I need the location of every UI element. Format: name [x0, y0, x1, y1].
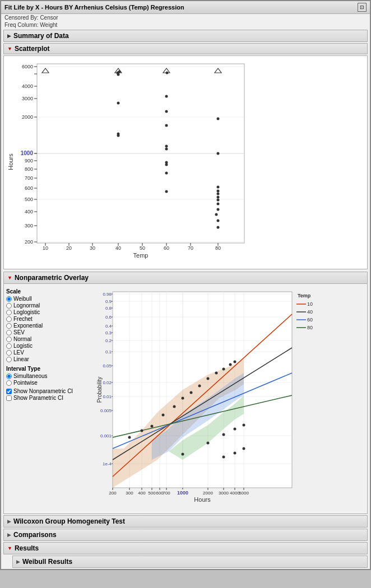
- svg-text:0.05: 0.05: [103, 363, 112, 368]
- scale-normal-label: Normal: [13, 336, 31, 342]
- scatter-point: [165, 95, 168, 98]
- svg-text:0.6: 0.6: [105, 315, 112, 320]
- svg-text:700: 700: [25, 175, 33, 181]
- prob-point: [215, 372, 218, 375]
- window-resize-button[interactable]: ⊡: [358, 3, 367, 12]
- interval-pointwise-item[interactable]: Pointwise: [6, 380, 94, 386]
- scale-exponential-label: Exponential: [13, 323, 43, 329]
- svg-text:900: 900: [25, 158, 33, 164]
- svg-text:20: 20: [66, 245, 72, 251]
- prob-point: [182, 453, 184, 456]
- scale-weibull-item[interactable]: Weibull: [6, 296, 94, 302]
- scale-sev-item[interactable]: SEV: [6, 329, 94, 335]
- scale-linear-item[interactable]: Linear: [6, 356, 94, 362]
- scale-lognormal-radio[interactable]: [6, 303, 12, 309]
- show-param-ci-checkbox[interactable]: [6, 395, 12, 401]
- censored-by-value: Censor: [40, 15, 58, 21]
- show-nonparam-ci-checkbox[interactable]: [6, 389, 12, 394]
- interval-simultaneous-item[interactable]: Simultaneous: [6, 373, 94, 379]
- scatterplot-area: Hours 6000 4000 3000 2000: [4, 56, 367, 269]
- scatter-point: [117, 102, 120, 105]
- scale-logistic-radio[interactable]: [6, 343, 12, 349]
- scatter-point: [217, 118, 220, 120]
- svg-text:200: 200: [25, 239, 33, 245]
- nonparam-arrow-icon: ▼: [7, 275, 12, 281]
- scale-sev-label: SEV: [13, 329, 25, 335]
- scale-lognormal-item[interactable]: Lognormal: [6, 302, 94, 309]
- svg-text:300: 300: [126, 491, 133, 496]
- scatterplot-y-label: Hours: [7, 153, 14, 170]
- svg-text:Probability: Probability: [96, 377, 103, 403]
- prob-point: [128, 436, 131, 439]
- comparisons-section-header[interactable]: ▶ Comparisons: [3, 529, 368, 541]
- prob-point: [162, 414, 165, 417]
- probability-plot-svg: Probability 0.98 0.9 0.8 0.6 0.4: [96, 286, 326, 510]
- scatter-point: [217, 220, 220, 222]
- scatterplot-section-label: Scatterplot: [15, 45, 50, 53]
- scatter-point: [165, 161, 168, 164]
- svg-text:0.2: 0.2: [105, 338, 112, 343]
- svg-text:500: 500: [148, 491, 156, 496]
- scale-loglogistic-radio[interactable]: [6, 310, 12, 315]
- prob-point: [207, 442, 210, 445]
- scatter-point: [165, 124, 168, 127]
- svg-text:0.01: 0.01: [103, 394, 112, 399]
- comparisons-arrow-icon: ▶: [7, 532, 11, 538]
- scale-weibull-radio[interactable]: [6, 296, 12, 302]
- wilcoxon-section-header[interactable]: ▶ Wilcoxon Group Homogeneity Test: [3, 515, 368, 528]
- weibull-results-header[interactable]: ▶ Weibull Results: [12, 556, 368, 568]
- scale-loglogistic-item[interactable]: Loglogistic: [6, 309, 94, 315]
- svg-text:60: 60: [164, 245, 169, 251]
- weibull-results-container: ▶ Weibull Results: [12, 556, 368, 568]
- results-section-header[interactable]: ▼ Results: [3, 542, 368, 554]
- summary-section-label: Summary of Data: [13, 32, 69, 40]
- freq-col-value: Weight: [40, 22, 57, 28]
- scale-exponential-radio[interactable]: [6, 323, 12, 329]
- scale-exponential-item[interactable]: Exponential: [6, 323, 94, 329]
- scale-normal-item[interactable]: Normal: [6, 336, 94, 342]
- svg-text:0.4: 0.4: [105, 324, 112, 329]
- prob-point: [207, 377, 210, 380]
- prob-point: [151, 425, 154, 428]
- svg-text:1000: 1000: [177, 490, 188, 496]
- scatterplot-arrow-icon: ▼: [7, 46, 12, 52]
- legend-label-10: 10: [307, 301, 313, 307]
- scale-frechet-radio[interactable]: [6, 316, 12, 322]
- scale-lognormal-label: Lognormal: [13, 302, 40, 309]
- scale-logistic-item[interactable]: Logistic: [6, 343, 94, 349]
- scale-normal-radio[interactable]: [6, 337, 12, 342]
- svg-text:0.98: 0.98: [103, 292, 112, 297]
- scale-sev-radio[interactable]: [6, 330, 12, 335]
- nonparam-body: Scale Weibull Lognormal Loglogistic Frec…: [4, 284, 367, 514]
- prob-point: [243, 447, 245, 450]
- interval-simultaneous-radio[interactable]: [6, 374, 12, 379]
- probability-plot-panel: Probability 0.98 0.9 0.8 0.6 0.4: [96, 286, 365, 511]
- title-bar: Fit Life by X - Hours BY Arrhenius Celsi…: [1, 1, 370, 14]
- scatter-point: [217, 226, 220, 229]
- scatterplot-section-header[interactable]: ▼ Scatterplot: [3, 43, 368, 54]
- scale-label: Scale: [6, 288, 94, 295]
- scatter-point: [165, 110, 168, 113]
- nonparam-section-header[interactable]: ▼ Nonparametric Overlay: [4, 272, 367, 284]
- scatter-point: [165, 145, 168, 148]
- prob-point: [198, 385, 201, 388]
- summary-section-header[interactable]: ▶ Summary of Data: [3, 30, 368, 42]
- prob-point: [234, 361, 236, 363]
- scale-lev-radio[interactable]: [6, 350, 12, 356]
- svg-text:30: 30: [90, 245, 95, 251]
- scale-linear-radio[interactable]: [6, 357, 12, 362]
- show-nonparam-ci-item[interactable]: Show Nonparametric CI: [6, 388, 94, 394]
- scatter-point: [165, 148, 168, 151]
- prob-point: [222, 433, 225, 436]
- svg-text:500: 500: [25, 197, 33, 202]
- prob-point: [234, 428, 236, 431]
- svg-text:70: 70: [188, 245, 193, 251]
- scale-frechet-item[interactable]: Frechet: [6, 316, 94, 322]
- svg-text:50: 50: [140, 245, 145, 251]
- interval-pointwise-radio[interactable]: [6, 380, 12, 386]
- weibull-results-label: Weibull Results: [22, 558, 72, 566]
- show-param-ci-item[interactable]: Show Parametric CI: [6, 395, 94, 401]
- scale-lev-item[interactable]: LEV: [6, 349, 94, 356]
- prob-point: [229, 363, 232, 366]
- results-section-label: Results: [15, 544, 39, 552]
